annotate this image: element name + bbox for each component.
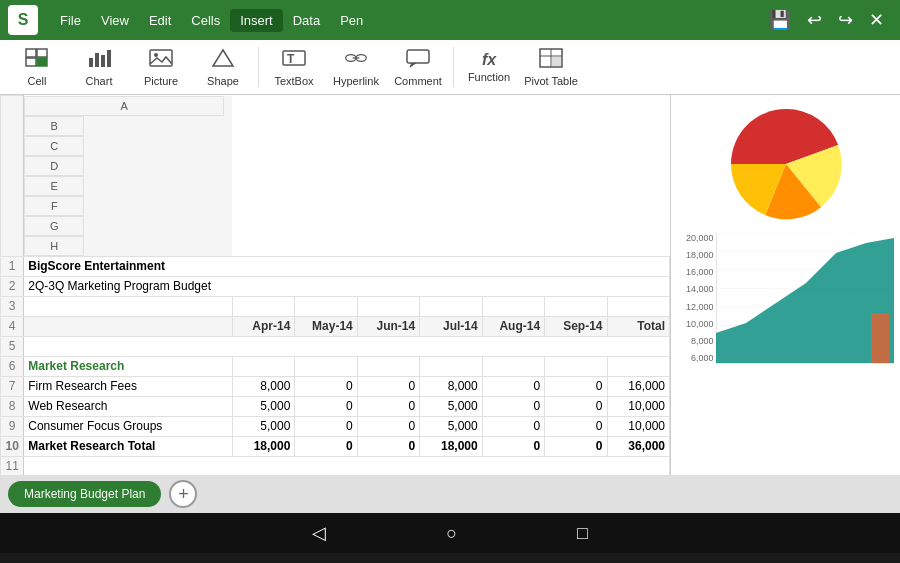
row-num: 4 — [1, 316, 24, 336]
picture-icon — [149, 48, 173, 73]
market-research-header: Market Research — [24, 356, 233, 376]
toolbar-hyperlink[interactable]: Hyperlink — [327, 42, 385, 92]
svg-rect-2 — [26, 58, 36, 66]
toolbar-comment[interactable]: Comment — [389, 42, 447, 92]
table-row: 4 Apr-14 May-14 Jun-14 Jul-14 Aug-14 Sep… — [1, 316, 670, 336]
recents-button[interactable]: □ — [577, 523, 588, 544]
table-row: 9 Consumer Focus Groups 5,000 0 0 5,000 … — [1, 416, 670, 436]
col-g-header: G — [24, 216, 84, 236]
svg-marker-30 — [716, 238, 894, 363]
textbox-icon: T — [282, 48, 306, 73]
menu-view[interactable]: View — [91, 9, 139, 32]
menu-edit[interactable]: Edit — [139, 9, 181, 32]
col-jun-header: Jun-14 — [357, 316, 419, 336]
toolbar-picture[interactable]: Picture — [132, 42, 190, 92]
shape-icon — [211, 48, 235, 73]
row-num: 6 — [1, 356, 24, 376]
sheet-table: A B C D E F G H 1 BigScore Entertainment — [0, 95, 670, 475]
menu-insert[interactable]: Insert — [230, 9, 283, 32]
row-num: 5 — [1, 336, 24, 356]
row-num: 2 — [1, 276, 24, 296]
col-c-header: C — [24, 136, 84, 156]
toolbar-divider-2 — [453, 47, 454, 87]
close-icon[interactable]: ✕ — [861, 5, 892, 35]
android-nav-bar: ◁ ○ □ — [0, 513, 900, 553]
menu-pen[interactable]: Pen — [330, 9, 373, 32]
table-row: 2 2Q-3Q Marketing Program Budget — [1, 276, 670, 296]
svg-text:T: T — [287, 52, 295, 66]
toolbar: Cell Chart Picture Shape T TextBox Hyper… — [0, 40, 900, 95]
svg-rect-8 — [150, 50, 172, 66]
svg-rect-7 — [107, 50, 111, 67]
col-apr-header: Apr-14 — [232, 316, 294, 336]
comment-icon — [406, 48, 430, 73]
marketing-budget-tab[interactable]: Marketing Budget Plan — [8, 481, 161, 507]
toolbar-chart[interactable]: Chart — [70, 42, 128, 92]
toolbar-divider-1 — [258, 47, 259, 87]
table-row: 6 Market Research — [1, 356, 670, 376]
col-jul-header: Jul-14 — [420, 316, 482, 336]
svg-rect-0 — [26, 49, 36, 57]
toolbar-textbox[interactable]: T TextBox — [265, 42, 323, 92]
row-num: 3 — [1, 296, 24, 316]
col-sep-header: Sep-14 — [545, 316, 607, 336]
save-icon[interactable]: 💾 — [761, 5, 799, 35]
row-num: 10 — [1, 436, 24, 456]
menu-bar: S File View Edit Cells Insert Data Pen 💾… — [0, 0, 900, 40]
col-e-header: E — [24, 176, 84, 196]
svg-rect-6 — [101, 55, 105, 67]
toolbar-shape-label: Shape — [207, 75, 239, 87]
app-logo: S — [8, 5, 38, 35]
table-row: 10 Market Research Total 18,000 0 0 18,0… — [1, 436, 670, 456]
col-total-header: Total — [607, 316, 669, 336]
svg-point-9 — [154, 53, 158, 57]
spreadsheet[interactable]: A B C D E F G H 1 BigScore Entertainment — [0, 95, 670, 475]
chart-icon — [87, 48, 111, 73]
chart-area: 20,000 18,000 16,000 14,000 12,000 10,00… — [670, 95, 900, 475]
row-num: 11 — [1, 456, 24, 475]
toolbar-picture-label: Picture — [144, 75, 178, 87]
table-row: 1 BigScore Entertainment — [1, 256, 670, 276]
col-may-header: May-14 — [295, 316, 357, 336]
toolbar-cell-label: Cell — [28, 75, 47, 87]
add-sheet-button[interactable]: + — [169, 480, 197, 508]
redo-icon[interactable]: ↪ — [830, 5, 861, 35]
main-content: A B C D E F G H 1 BigScore Entertainment — [0, 95, 900, 475]
table-row: 3 — [1, 296, 670, 316]
toolbar-function[interactable]: fx Function — [460, 42, 518, 92]
toolbar-pivot-table[interactable]: Pivot Table — [522, 42, 580, 92]
toolbar-comment-label: Comment — [394, 75, 442, 87]
menu-file[interactable]: File — [50, 9, 91, 32]
toolbar-cell[interactable]: Cell — [8, 42, 66, 92]
toolbar-function-label: Function — [468, 71, 510, 83]
chart-y-labels: 20,000 18,000 16,000 14,000 12,000 10,00… — [676, 233, 714, 363]
col-b-header: B — [24, 116, 84, 136]
function-icon: fx — [482, 51, 496, 69]
pie-chart — [706, 99, 866, 229]
table-row: 11 — [1, 456, 670, 475]
sheet-title: BigScore Entertainment — [24, 256, 670, 276]
svg-rect-16 — [407, 50, 429, 63]
row-num: 1 — [1, 256, 24, 276]
table-row: 5 — [1, 336, 670, 356]
undo-icon[interactable]: ↩ — [799, 5, 830, 35]
toolbar-textbox-label: TextBox — [274, 75, 313, 87]
svg-rect-31 — [871, 313, 889, 363]
svg-rect-4 — [89, 58, 93, 67]
toolbar-hyperlink-label: Hyperlink — [333, 75, 379, 87]
toolbar-pivot-table-label: Pivot Table — [524, 75, 578, 87]
svg-marker-10 — [213, 50, 233, 66]
col-aug-header: Aug-14 — [482, 316, 544, 336]
hyperlink-icon — [344, 48, 368, 73]
col-f-header: F — [24, 196, 84, 216]
col-header-row: A B C D E F G H — [1, 96, 670, 257]
cell-icon — [25, 48, 49, 73]
menu-data[interactable]: Data — [283, 9, 330, 32]
back-button[interactable]: ◁ — [312, 522, 326, 544]
home-button[interactable]: ○ — [446, 523, 457, 544]
svg-rect-5 — [95, 53, 99, 67]
menu-cells[interactable]: Cells — [181, 9, 230, 32]
toolbar-chart-label: Chart — [86, 75, 113, 87]
table-row: 8 Web Research 5,000 0 0 5,000 0 0 10,00… — [1, 396, 670, 416]
toolbar-shape[interactable]: Shape — [194, 42, 252, 92]
